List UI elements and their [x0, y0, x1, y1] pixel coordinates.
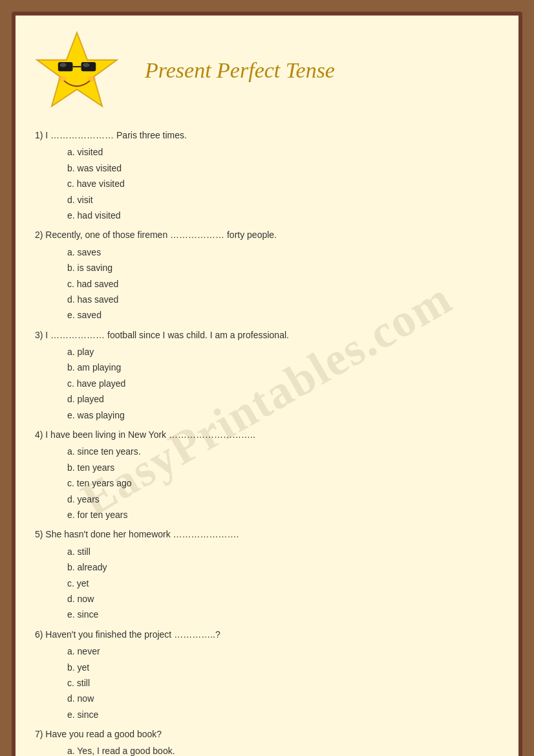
option-4-1: a. since ten years. — [67, 444, 499, 459]
option-1-1: a. visited — [67, 145, 499, 159]
question-5: 5) She hasn't done her homework ………………….… — [35, 527, 499, 621]
option-2-4: d. has saved — [67, 292, 499, 307]
options-4: a. since ten years.b. ten yearsc. ten ye… — [35, 444, 499, 522]
option-5-3: c. yet — [67, 576, 499, 590]
question-7: 7) Have you read a good book?a. Yes, I r… — [35, 727, 499, 756]
option-2-5: e. saved — [67, 308, 499, 322]
option-3-1: a. play — [67, 345, 499, 359]
question-stem-2: 2) Recently, one of those firemen ………………… — [35, 228, 499, 242]
option-2-3: c. had saved — [67, 277, 499, 291]
question-4: 4) I have been living in New York ………………… — [35, 427, 499, 522]
question-1: 1) I ………………… Paris three times.a. visite… — [35, 128, 499, 222]
header: Present Perfect Tense — [35, 28, 499, 113]
option-5-2: b. already — [67, 560, 499, 574]
svg-rect-1 — [58, 62, 73, 71]
option-1-5: e. had visited — [67, 208, 499, 222]
option-5-1: a. still — [67, 545, 499, 559]
option-3-2: b. am playing — [67, 360, 499, 374]
question-3: 3) I ……………… football since I was child. … — [35, 328, 499, 422]
svg-marker-0 — [37, 33, 117, 107]
question-stem-4: 4) I have been living in New York ………………… — [35, 427, 499, 442]
option-7-1: a. Yes, I read a good book. — [67, 744, 499, 756]
options-7: a. Yes, I read a good book. — [35, 744, 499, 756]
option-3-5: e. was playing — [67, 408, 499, 422]
question-stem-1: 1) I ………………… Paris three times. — [35, 128, 499, 142]
option-3-4: d. played — [67, 392, 499, 406]
option-4-2: b. ten years — [67, 460, 499, 475]
page-title: Present Perfect Tense — [145, 58, 335, 83]
options-5: a. stillb. alreadyc. yetd. nowe. since — [35, 545, 499, 622]
option-6-1: a. never — [67, 644, 499, 658]
svg-point-6 — [58, 76, 67, 81]
svg-point-4 — [59, 63, 66, 67]
option-1-3: c. have visited — [67, 177, 499, 191]
svg-point-7 — [87, 76, 96, 81]
svg-point-5 — [83, 63, 89, 67]
question-stem-5: 5) She hasn't done her homework …………………. — [35, 527, 499, 541]
star-icon — [35, 28, 119, 113]
option-1-2: b. was visited — [67, 161, 499, 175]
option-1-4: d. visit — [67, 193, 499, 207]
question-stem-3: 3) I ……………… football since I was child. … — [35, 328, 499, 342]
options-6: a. neverb. yetc. stilld. nowe. since — [35, 644, 499, 722]
option-6-3: c. still — [67, 676, 499, 690]
option-2-2: b. is saving — [67, 261, 499, 275]
question-stem-6: 6) Haven't you finished the project …………… — [35, 627, 499, 642]
option-3-3: c. have played — [67, 376, 499, 391]
options-1: a. visitedb. was visitedc. have visitedd… — [35, 145, 499, 222]
options-3: a. playb. am playingc. have playedd. pla… — [35, 345, 499, 422]
question-2: 2) Recently, one of those firemen ………………… — [35, 228, 499, 322]
question-6: 6) Haven't you finished the project …………… — [35, 627, 499, 722]
question-stem-7: 7) Have you read a good book? — [35, 727, 499, 741]
option-2-1: a. saves — [67, 245, 499, 259]
option-5-4: d. now — [67, 592, 499, 606]
option-4-3: c. ten years ago — [67, 476, 499, 490]
svg-rect-2 — [81, 62, 96, 71]
option-6-2: b. yet — [67, 660, 499, 675]
option-4-5: e. for ten years — [67, 508, 499, 522]
option-4-4: d. years — [67, 492, 499, 506]
option-6-5: e. since — [67, 707, 499, 722]
option-6-4: d. now — [67, 691, 499, 706]
options-2: a. savesb. is savingc. had savedd. has s… — [35, 245, 499, 323]
questions-container: 1) I ………………… Paris three times.a. visite… — [35, 128, 499, 756]
page: EasyPrintables.com Present Perfect Tense… — [12, 12, 522, 756]
option-5-5: e. since — [67, 607, 499, 621]
